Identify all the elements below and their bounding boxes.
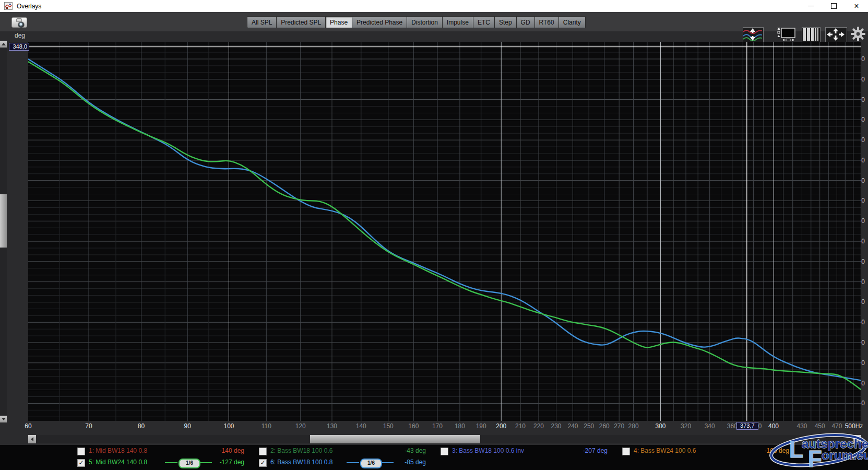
tab-step[interactable]: Step (495, 16, 517, 28)
tab-predicted-spl[interactable]: Predicted SPL (277, 16, 326, 28)
legend-item-2: 2: Bass BW18 100 0.6-43 deg (258, 447, 426, 456)
tab-distortion[interactable]: Distortion (407, 16, 443, 28)
settings-gear-icon (850, 26, 866, 42)
scroll-right-button[interactable] (853, 435, 861, 443)
window-title: Overlays (17, 3, 41, 10)
horizontal-scroll-thumb[interactable] (310, 435, 480, 443)
measurement-checkbox-2[interactable] (259, 448, 267, 455)
x-tick-label: 320 (681, 422, 691, 430)
curve-color-line (199, 462, 212, 463)
x-tick-label: 260 (599, 422, 610, 430)
right-arrow-icon (856, 437, 859, 441)
horizontal-scrollbar[interactable] (28, 435, 861, 443)
measurement-checkbox-5[interactable]: ✓ (77, 459, 85, 467)
curve-color-line (165, 462, 177, 463)
x-tick-label: 240 (567, 422, 578, 430)
cursor-phase-value: -43 deg (405, 447, 426, 454)
measurement-checkbox-4[interactable] (622, 448, 630, 455)
smoothing-button[interactable]: 1/6 (179, 459, 200, 468)
cursor-phase-value: -106 deg (765, 447, 789, 454)
tab-all-spl[interactable]: All SPL (247, 16, 277, 28)
measurement-label: 5: Mid BW24 140 0.8 (89, 459, 147, 466)
legend-item-3: 3: Bass BW18 100 0.6 inv-207 deg (439, 447, 608, 456)
legend-item-4: 4: Bass BW24 100 0.6-106 deg (621, 447, 789, 456)
vertical-scrollbar[interactable] (0, 41, 7, 422)
curve-6-bass-bw18-100-0-8 (28, 59, 861, 380)
measurement-label: 2: Bass BW18 100 0.6 (270, 447, 332, 454)
measurement-checkbox-1[interactable] (77, 448, 85, 455)
minimize-button[interactable] (799, 0, 822, 12)
curve-5-mid-bw24-140-0-8 (28, 62, 861, 390)
tab-predicted-phase[interactable]: Predicted Phase (352, 16, 407, 28)
graph-limits-button[interactable] (777, 27, 796, 42)
measurement-label: 3: Bass BW18 100 0.6 inv (452, 447, 524, 454)
x-tick-label: 130 (327, 422, 337, 430)
legend-item-1: 1: Mid BW18 140 0.8-140 deg (76, 447, 244, 456)
smoothing-button[interactable]: 1/6 (360, 459, 382, 468)
maximize-button[interactable] (822, 0, 845, 12)
x-tick-label: 150 (383, 422, 394, 430)
x-tick-label: 100 (224, 422, 234, 430)
tab-impulse[interactable]: Impulse (443, 16, 473, 28)
scroll-up-button[interactable] (0, 41, 7, 48)
smoothing-control: 1/6 (165, 459, 213, 467)
x-tick-label: 430 (796, 422, 807, 430)
spl-offset-button[interactable] (743, 27, 764, 43)
x-tick-label: 60 (25, 422, 31, 430)
x-tick-label: 80 (138, 422, 145, 430)
tab-rt60[interactable]: RT60 (535, 16, 559, 28)
x-tick-label: 300 (655, 422, 665, 430)
tab-phase[interactable]: Phase (326, 16, 352, 28)
x-tick-label: 250 (584, 422, 594, 430)
tab-gd[interactable]: GD (517, 16, 535, 28)
measurement-label: 4: Bass BW24 100 0.6 (634, 447, 696, 454)
x-tick-label: 450 (815, 422, 825, 430)
x-tick-label: 110 (261, 422, 271, 430)
title-bar: Overlays × (0, 0, 868, 13)
y-cursor-readout: 348,0 (9, 43, 29, 51)
up-arrow-icon (2, 43, 6, 45)
tab-etc[interactable]: ETC (473, 16, 495, 28)
vertical-scroll-thumb[interactable] (0, 194, 7, 248)
tab-clarity[interactable]: Clarity (559, 16, 586, 28)
capture-image-button[interactable] (10, 15, 27, 28)
window-icon (4, 2, 13, 10)
x-tick-label: 470 (831, 422, 842, 430)
frequency-bands-button[interactable] (802, 27, 821, 43)
close-button[interactable]: × (845, 0, 868, 12)
minimize-icon (808, 6, 814, 6)
measurement-checkbox-3[interactable] (441, 448, 448, 455)
x-tick-label: 400 (768, 422, 779, 430)
x-tick-label: 160 (408, 422, 419, 430)
x-tick-label: 140 (356, 422, 366, 430)
legend-item-5: ✓5: Mid BW24 140 0.81/6-127 deg (76, 459, 244, 468)
cursor-phase-value: -85 deg (405, 459, 426, 466)
x-tick-label: 210 (515, 422, 526, 430)
fit-to-data-button[interactable] (825, 27, 847, 43)
cursor-phase-value: -140 deg (220, 447, 244, 454)
x-tick-label: 340 (705, 422, 715, 430)
x-tick-label: 500Hz (845, 422, 863, 430)
scroll-left-button[interactable] (28, 435, 36, 443)
cursor-phase-value: -207 deg (583, 447, 608, 454)
smoothing-control: 1/6 (347, 459, 395, 467)
x-tick-label: 170 (432, 422, 443, 430)
graph-settings-button[interactable] (850, 26, 866, 44)
vertical-bars-icon (802, 28, 819, 41)
x-tick-label: 360 (727, 422, 738, 430)
x-tick-label: 70 (85, 422, 92, 430)
axis-limits-icon (777, 27, 796, 42)
phase-plot-svg (28, 42, 861, 421)
x-tick-label: 270 (614, 422, 624, 430)
curve-color-line (347, 462, 359, 463)
phase-plot[interactable] (28, 42, 861, 421)
x-cursor-readout: 373,7 (736, 422, 758, 430)
measurement-label: 1: Mid BW18 140 0.8 (89, 447, 147, 454)
x-tick-label: 220 (533, 422, 544, 430)
toolbar: All SPLPredicted SPLPhasePredicted Phase… (0, 12, 868, 31)
measurement-checkbox-6[interactable]: ✓ (259, 459, 267, 467)
scroll-down-button[interactable] (0, 416, 7, 422)
maximize-icon (831, 3, 837, 9)
overlays-window: Overlays × All SPLPredicted SPLPhasePred… (0, 0, 868, 470)
curve-color-line (381, 462, 394, 463)
